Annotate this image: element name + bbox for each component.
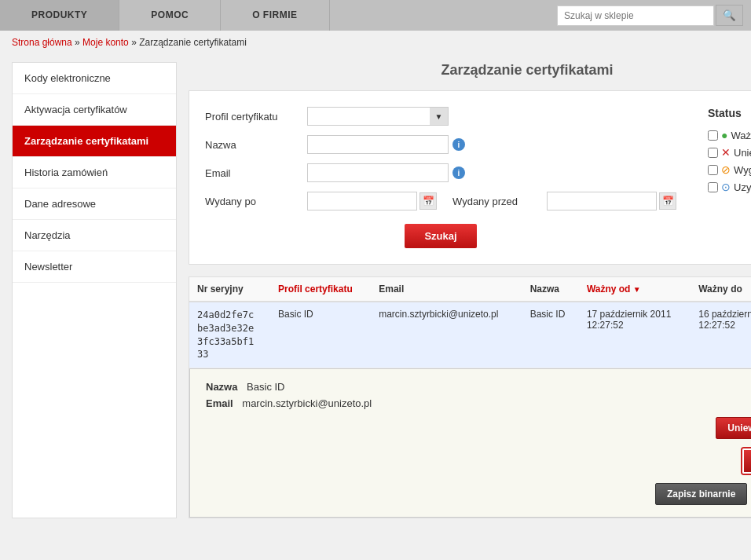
profil-select[interactable] (307, 107, 449, 126)
nazwa-row: Nazwa i (205, 135, 676, 154)
breadcrumb-current: Zarządzanie certyfikatami (139, 37, 247, 48)
status-label: Status (708, 107, 751, 119)
wydany-po-label: Wydany po (205, 196, 307, 207)
cell-nr-seryjny: 24a0d2fe7cbe3ad3e32e3fc33a5bf133 (189, 302, 270, 368)
status-wygasly-label: Wygasły (734, 164, 751, 176)
status-wygasly-row: ⊘ Wygasły (708, 163, 751, 176)
sort-arrow-icon: ▼ (633, 285, 641, 294)
email-info-icon[interactable]: i (452, 167, 465, 179)
wydany-przed-label: Wydany przed (452, 196, 547, 207)
col-nazwa: Nazwa (522, 277, 579, 302)
table-header-row: Nr seryjny Profil certyfikatu Email Nazw… (189, 277, 751, 302)
search-submit-button[interactable]: Szukaj (405, 224, 476, 248)
wydany-po-calendar-icon[interactable]: 📅 (419, 192, 437, 210)
sidebar-item-zarzadzanie[interactable]: Zarządzanie certyfikatami (13, 126, 176, 157)
status-uniewazni-label: Unieważniony (734, 147, 751, 159)
detail-nazwa-value: Basic ID (247, 381, 284, 393)
status-uzyska-icon: ⊙ (721, 181, 731, 193)
content-area: Zarządzanie certyfikatami Profil certyfi… (189, 62, 751, 518)
breadcrumb-account[interactable]: Moje konto (82, 37, 129, 48)
cell-wazny-do: 16 październik 201212:27:52 (691, 302, 751, 368)
status-uniewazni-checkbox[interactable] (708, 148, 718, 158)
col-wazny-od[interactable]: Ważny od ▼ (579, 277, 691, 302)
table-row[interactable]: 24a0d2fe7cbe3ad3e32e3fc33a5bf133 Basic I… (189, 302, 751, 368)
status-uniewazni-icon: ✕ (721, 146, 731, 159)
zainstaluj-button[interactable]: Zainstaluj własny (742, 448, 751, 474)
sidebar-item-newsletter[interactable]: Newsletter (13, 251, 176, 283)
search-button[interactable]: 🔍 (716, 5, 743, 26)
wydany-przed-calendar-icon[interactable]: 📅 (659, 192, 676, 210)
certificates-table: Nr seryjny Profil certyfikatu Email Nazw… (189, 277, 751, 368)
profil-label: Profil certyfikatu (205, 111, 307, 123)
search-icon: 🔍 (723, 9, 736, 21)
sidebar: Kody elektroniczne Aktywacja certyfikató… (12, 62, 177, 518)
sidebar-item-historia[interactable]: Historia zamówień (13, 157, 176, 188)
main-layout: Kody elektroniczne Aktywacja certyfikató… (0, 54, 751, 526)
wydany-przed-input[interactable] (547, 192, 657, 210)
col-nr-seryjny: Nr seryjny (189, 277, 270, 302)
sidebar-item-aktywacja[interactable]: Aktywacja certyfikatów (13, 94, 176, 126)
detail-nazwa-label: Nazwa (206, 381, 237, 393)
detail-email-label: Email (206, 397, 233, 409)
search-form: Profil certyfikatu ▼ Nazwa i (189, 90, 751, 265)
cell-email: marcin.sztyrbicki@unizeto.pl (371, 302, 522, 368)
status-uzyska-checkbox[interactable] (708, 182, 718, 192)
status-wazny-label: Ważny (731, 130, 751, 141)
email-input[interactable] (307, 163, 449, 182)
nav-pomoc[interactable]: POMOC (119, 0, 221, 31)
certificates-table-card: Nr seryjny Profil certyfikatu Email Nazw… (189, 276, 751, 518)
search-bar: 🔍 (549, 0, 751, 31)
sidebar-item-adresowe[interactable]: Dane adresowe (13, 188, 176, 220)
breadcrumb-home[interactable]: Strona główna (12, 37, 72, 48)
nazwa-label: Nazwa (205, 139, 307, 151)
sidebar-item-kody[interactable]: Kody elektroniczne (13, 63, 176, 94)
sidebar-item-narzedzia[interactable]: Narzędzia (13, 220, 176, 251)
status-wygasly-icon: ⊘ (721, 163, 731, 176)
action-buttons: Unieważnij Odnów Zainstaluj własny Zapis… (206, 417, 751, 505)
uniewazni-button[interactable]: Unieważnij (716, 417, 751, 439)
zapisz-binarnie-button[interactable]: Zapisz binarnie (655, 483, 747, 505)
status-wazny-row: ● Ważny (708, 129, 751, 141)
status-wygasly-checkbox[interactable] (708, 165, 718, 175)
detail-email-value: marcin.sztyrbicki@unizeto.pl (242, 397, 372, 409)
wydany-row: Wydany po 📅 Wydany przed 📅 (205, 192, 676, 210)
top-navigation: PRODUKTY POMOC O FIRMIE 🔍 (0, 0, 751, 31)
page-title: Zarządzanie certyfikatami (189, 62, 751, 79)
col-wazny-do: Ważny do (691, 277, 751, 302)
col-email: Email (371, 277, 522, 302)
cell-wazny-od: 17 październik 201112:27:52 (579, 302, 691, 368)
nav-ofirmie[interactable]: O FIRMIE (221, 0, 329, 31)
email-label: Email (205, 167, 307, 179)
cell-nazwa: Basic ID (522, 302, 579, 368)
detail-email-row: Email marcin.sztyrbicki@unizeto.pl (206, 397, 751, 409)
nav-produkty[interactable]: PRODUKTY (0, 0, 119, 31)
status-wazny-checkbox[interactable] (708, 130, 718, 141)
detail-nazwa-row: Nazwa Basic ID (206, 381, 751, 393)
status-uzyska-row: ⊙ Uzyska ważność (708, 181, 751, 193)
profil-select-wrapper: ▼ (307, 107, 449, 126)
status-uniewazni-row: ✕ Unieważniony (708, 146, 751, 159)
profil-row: Profil certyfikatu ▼ (205, 107, 676, 126)
status-wazny-icon: ● (721, 129, 727, 141)
nazwa-input[interactable] (307, 135, 449, 154)
search-input[interactable] (557, 5, 714, 26)
email-row: Email i (205, 163, 676, 182)
wydany-po-input[interactable] (307, 192, 417, 210)
status-uzyska-label: Uzyska ważność (734, 181, 751, 193)
cell-profil: Basic ID (270, 302, 371, 368)
certificate-detail-card: Nazwa Basic ID Email marcin.sztyrbicki@u… (189, 368, 751, 518)
col-profil[interactable]: Profil certyfikatu (270, 277, 371, 302)
nazwa-info-icon[interactable]: i (452, 138, 465, 151)
breadcrumb: Strona główna » Moje konto » Zarządzanie… (0, 31, 751, 54)
